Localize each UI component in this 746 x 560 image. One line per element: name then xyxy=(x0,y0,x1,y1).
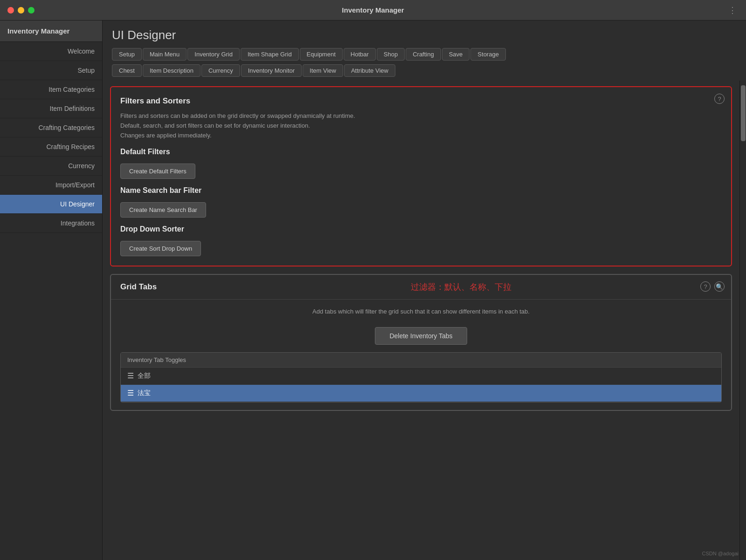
scrollbar-thumb[interactable] xyxy=(741,85,746,141)
grid-tabs-search-icon[interactable]: 🔍 xyxy=(714,281,725,292)
app-body: Inventory Manager Welcome Setup Item Cat… xyxy=(0,20,746,560)
content-area: ? Filters and Sorters Filters and sorter… xyxy=(103,81,739,560)
tab-chest[interactable]: Chest xyxy=(112,64,142,77)
sidebar-item-ui-designer[interactable]: UI Designer xyxy=(0,195,102,214)
grid-tabs-card: Grid Tabs 过滤器：默认、名称、下拉 ? 🔍 Add tabs whic… xyxy=(110,274,732,411)
tab-attribute-view[interactable]: Attribute View xyxy=(344,64,395,77)
grid-tabs-body: Add tabs which will filter the grid such… xyxy=(111,300,731,410)
delete-btn-wrap: Delete Inventory Tabs xyxy=(120,324,722,345)
scrollbar-track[interactable] xyxy=(739,81,746,560)
tab-item-description[interactable]: Item Description xyxy=(143,64,200,77)
sidebar-item-item-definitions[interactable]: Item Definitions xyxy=(0,99,102,118)
filters-section-desc: Filters and sorters can be added on the … xyxy=(120,111,722,140)
tab-row-icon-all: ☰ xyxy=(127,372,134,380)
create-sort-drop-down-button[interactable]: Create Sort Drop Down xyxy=(120,241,201,256)
name-search-title: Name Search bar Filter xyxy=(120,186,722,195)
filters-help-icon[interactable]: ? xyxy=(714,94,725,104)
watermark: CSDN @adogai xyxy=(702,551,739,556)
page-header: UI Designer Setup Main Menu Inventory Gr… xyxy=(103,20,746,81)
tab-inventory-grid[interactable]: Inventory Grid xyxy=(187,48,240,61)
titlebar: Inventory Manager ⋮ xyxy=(0,0,746,20)
page-title: UI Designer xyxy=(112,28,737,42)
grid-tabs-title: Grid Tabs xyxy=(120,282,722,292)
tab-main-menu[interactable]: Main Menu xyxy=(143,48,186,61)
inventory-tab-section: Inventory Tab Toggles ☰ 全部 ☰ 法宝 xyxy=(120,352,722,403)
tab-item-view[interactable]: Item View xyxy=(303,64,343,77)
tab-bar-row1: Setup Main Menu Inventory Grid Item Shap… xyxy=(112,48,737,64)
tab-save[interactable]: Save xyxy=(442,48,470,61)
sidebar-item-integrations[interactable]: Integrations xyxy=(0,214,102,233)
create-default-filters-button[interactable]: Create Default Filters xyxy=(120,164,195,179)
tab-storage[interactable]: Storage xyxy=(470,48,506,61)
inventory-tab-header: Inventory Tab Toggles xyxy=(121,353,721,368)
window-title: Inventory Manager xyxy=(342,6,404,14)
tab-shop[interactable]: Shop xyxy=(377,48,405,61)
tab-inventory-monitor[interactable]: Inventory Monitor xyxy=(241,64,302,77)
minimize-button[interactable] xyxy=(18,7,24,14)
drop-down-sorter-title: Drop Down Sorter xyxy=(120,225,722,233)
inventory-tab-row-fabao[interactable]: ☰ 法宝 xyxy=(121,385,721,402)
tab-row-icon-fabao: ☰ xyxy=(127,389,134,397)
delete-inventory-tabs-button[interactable]: Delete Inventory Tabs xyxy=(375,327,467,345)
menu-icon[interactable]: ⋮ xyxy=(728,5,737,15)
grid-tabs-help-icon[interactable]: ? xyxy=(700,281,711,292)
tab-hotbar[interactable]: Hotbar xyxy=(344,48,376,61)
sidebar-header: Inventory Manager xyxy=(0,20,102,42)
main-content: UI Designer Setup Main Menu Inventory Gr… xyxy=(103,20,746,560)
filters-sorters-card: ? Filters and Sorters Filters and sorter… xyxy=(110,86,732,266)
sidebar: Inventory Manager Welcome Setup Item Cat… xyxy=(0,20,103,560)
tab-bar-row2: Chest Item Description Currency Inventor… xyxy=(112,64,737,81)
filters-section-title: Filters and Sorters xyxy=(120,96,722,106)
window-controls xyxy=(7,7,35,14)
sidebar-item-setup[interactable]: Setup xyxy=(0,61,102,80)
tab-row-label-fabao: 法宝 xyxy=(138,389,151,397)
inventory-tab-row-all[interactable]: ☰ 全部 xyxy=(121,368,721,385)
sidebar-item-item-categories[interactable]: Item Categories xyxy=(0,80,102,99)
grid-tabs-icons: ? 🔍 xyxy=(700,281,725,292)
sidebar-item-welcome[interactable]: Welcome xyxy=(0,42,102,61)
sidebar-item-crafting-categories[interactable]: Crafting Categories xyxy=(0,118,102,137)
sidebar-item-crafting-recipes[interactable]: Crafting Recipes xyxy=(0,137,102,157)
tab-currency[interactable]: Currency xyxy=(201,64,240,77)
maximize-button[interactable] xyxy=(28,7,35,14)
sidebar-item-import-export[interactable]: Import/Export xyxy=(0,176,102,195)
tab-item-shape-grid[interactable]: Item Shape Grid xyxy=(241,48,299,61)
grid-tabs-desc: Add tabs which will filter the grid such… xyxy=(120,307,722,317)
tab-setup[interactable]: Setup xyxy=(112,48,142,61)
grid-tabs-header: Grid Tabs 过滤器：默认、名称、下拉 ? 🔍 xyxy=(111,275,731,300)
close-button[interactable] xyxy=(7,7,14,14)
tab-crafting[interactable]: Crafting xyxy=(406,48,441,61)
tab-equipment[interactable]: Equipment xyxy=(300,48,343,61)
tab-row-label-all: 全部 xyxy=(138,372,151,380)
default-filters-title: Default Filters xyxy=(120,148,722,156)
create-name-search-bar-button[interactable]: Create Name Search Bar xyxy=(120,202,206,218)
sidebar-item-currency[interactable]: Currency xyxy=(0,157,102,176)
